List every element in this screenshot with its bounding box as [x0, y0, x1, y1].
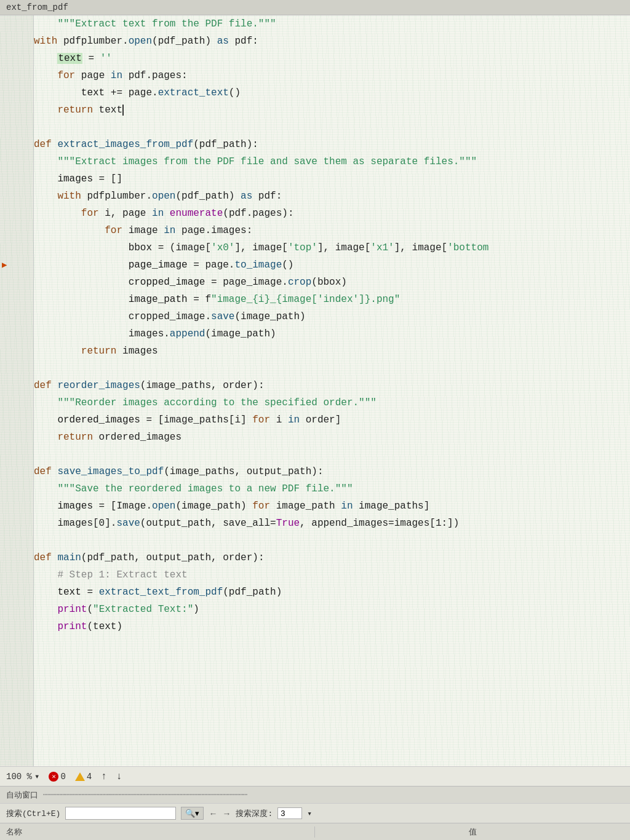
table-row	[34, 532, 630, 549]
auto-window-bar: 自动窗口 ⋯⋯⋯⋯⋯⋯⋯⋯⋯⋯⋯⋯⋯⋯⋯⋯⋯⋯⋯⋯⋯⋯⋯⋯⋯⋯⋯⋯⋯⋯⋯⋯⋯⋯⋯…	[0, 786, 630, 803]
table-row: text = ''	[34, 50, 630, 67]
title-text: ext_from_pdf	[6, 2, 68, 12]
table-row: ∨ def main(pdf_path, output_path, order)…	[34, 549, 630, 566]
fold-close-arrow-3[interactable]: ∨	[0, 463, 1, 480]
table-row: ▶ page_image = page.to_image()	[34, 256, 630, 274]
search-back-button[interactable]: ←	[209, 809, 217, 818]
depth-label: 搜索深度:	[236, 808, 273, 819]
table-row: with pdfplumber.open(pdf_path) as pdf:	[34, 188, 630, 205]
warning-icon	[75, 772, 85, 781]
zoom-control[interactable]: 100 % ▾	[6, 771, 39, 782]
table-row: text += page.extract_text()	[34, 84, 630, 101]
table-row: return images	[34, 343, 630, 360]
search-input[interactable]	[65, 807, 176, 820]
table-row: """Extract text from the PDF file."""	[34, 15, 630, 33]
column-name-header: 名称	[0, 826, 315, 838]
navigate-up-button[interactable]: ↑	[101, 771, 107, 782]
table-row: cropped_image.save(image_path)	[34, 308, 630, 325]
fold-close-arrow-4[interactable]: ∨	[0, 549, 1, 566]
table-row: """Save the reordered images to a new PD…	[34, 480, 630, 497]
table-row: return ordered_images	[34, 429, 630, 446]
warning-count: 4	[87, 772, 92, 782]
depth-input[interactable]	[277, 807, 302, 819]
table-row: bbox = (image['x0'], image['top'], image…	[34, 239, 630, 256]
fold-close-arrow[interactable]: ∨	[0, 136, 1, 153]
editor-container: ext_from_pdf """Extract text from the PD…	[0, 0, 630, 840]
search-forward-button[interactable]: →	[222, 809, 231, 818]
code-content: """Extract text from the PDF file.""" wi…	[0, 15, 630, 635]
zoom-value: 100 %	[6, 772, 32, 782]
table-row: with pdfplumber.open(pdf_path) as pdf:	[34, 33, 630, 50]
title-bar: ext_from_pdf	[0, 0, 630, 15]
error-count: 0	[60, 772, 65, 782]
table-row: """Reorder images according to the speci…	[34, 394, 630, 411]
table-row: print(text)	[34, 618, 630, 635]
navigate-down-button[interactable]: ↓	[116, 771, 122, 782]
table-row: for image in page.images:	[34, 222, 630, 239]
table-row: # Step 1: Extract text	[34, 566, 630, 584]
status-bar: 100 % ▾ ✕ 0 4 ↑ ↓	[0, 766, 630, 786]
table-row: images = [Image.open(image_path) for ima…	[34, 497, 630, 515]
error-icon: ✕	[49, 772, 58, 782]
table-row	[34, 446, 630, 463]
table-row: text = extract_text_from_pdf(pdf_path)	[34, 584, 630, 601]
table-row: ∨ def save_images_to_pdf(image_paths, ou…	[34, 463, 630, 480]
column-value-header: 值	[315, 826, 630, 838]
error-badge: ✕ 0	[49, 772, 65, 782]
code-area[interactable]: """Extract text from the PDF file.""" wi…	[0, 15, 630, 766]
table-row	[34, 119, 630, 136]
zoom-dropdown-icon[interactable]: ▾	[34, 771, 39, 782]
search-label: 搜索(Ctrl+E)	[6, 808, 60, 819]
table-row: image_path = f"image_{i}_{image['index']…	[34, 291, 630, 308]
breakpoint-arrow: ▶	[2, 256, 7, 274]
search-bar: 搜索(Ctrl+E) 🔍▾ ← → 搜索深度: ▾	[0, 803, 630, 823]
table-row: ∨ def reorder_images(image_paths, order)…	[34, 377, 630, 394]
table-row: images = []	[34, 170, 630, 188]
auto-window-separator: ⋯⋯⋯⋯⋯⋯⋯⋯⋯⋯⋯⋯⋯⋯⋯⋯⋯⋯⋯⋯⋯⋯⋯⋯⋯⋯⋯⋯⋯⋯⋯⋯⋯⋯⋯⋯⋯⋯⋯⋯…	[43, 790, 247, 799]
columns-row: 名称 值	[0, 823, 630, 840]
warning-badge: 4	[75, 772, 92, 782]
table-row: for i, page in enumerate(pdf.pages):	[34, 205, 630, 222]
table-row: return text	[34, 101, 630, 119]
table-row: images.append(image_path)	[34, 325, 630, 343]
table-row: images[0].save(output_path, save_all=Tru…	[34, 515, 630, 532]
auto-window-label: 自动窗口	[6, 790, 38, 801]
table-row: for page in pdf.pages:	[34, 67, 630, 84]
fold-close-arrow-2[interactable]: ∨	[0, 377, 1, 394]
table-row: """Extract images from the PDF file and …	[34, 153, 630, 170]
depth-dropdown[interactable]: ▾	[307, 809, 312, 818]
table-row: cropped_image = page_image.crop(bbox)	[34, 274, 630, 291]
search-icon-button[interactable]: 🔍▾	[181, 807, 204, 820]
table-row: print("Extracted Text:")	[34, 601, 630, 618]
table-row: ordered_images = [image_paths[i] for i i…	[34, 411, 630, 429]
table-row	[34, 360, 630, 377]
table-row: ∨ def extract_images_from_pdf(pdf_path):	[34, 136, 630, 153]
